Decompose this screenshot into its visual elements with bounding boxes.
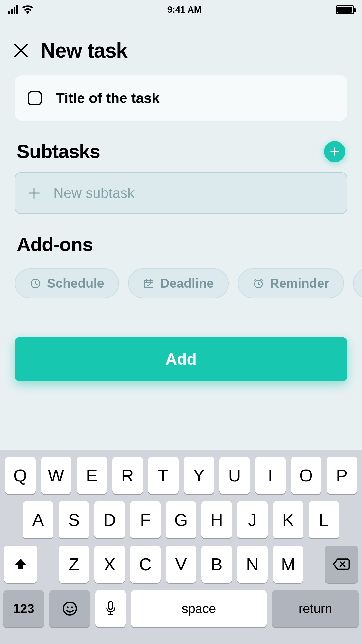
subtasks-title: Subtasks xyxy=(17,140,100,163)
addon-chip-label: Schedule xyxy=(47,276,104,291)
addon-chip-deadline[interactable]: Deadline xyxy=(128,268,229,298)
key-h[interactable]: H xyxy=(201,501,232,538)
key-r[interactable]: R xyxy=(112,457,143,494)
clock-icon xyxy=(30,278,41,289)
key-l[interactable]: L xyxy=(309,501,339,538)
key-u[interactable]: U xyxy=(219,457,250,494)
subtask-input[interactable] xyxy=(53,185,334,201)
key-p[interactable]: P xyxy=(327,457,357,494)
key-e[interactable]: E xyxy=(77,457,107,494)
task-checkbox[interactable] xyxy=(28,91,42,105)
kb-row-3: ZXCVBNM xyxy=(3,546,359,583)
new-subtask-field[interactable] xyxy=(15,172,347,214)
key-w[interactable]: W xyxy=(41,457,71,494)
task-title-input[interactable] xyxy=(56,90,334,106)
key-t[interactable]: T xyxy=(148,457,179,494)
status-right xyxy=(336,5,354,14)
plus-icon xyxy=(330,147,339,156)
key-k[interactable]: K xyxy=(273,501,303,538)
key-d[interactable]: D xyxy=(94,501,125,538)
key-n[interactable]: N xyxy=(237,546,268,583)
addons-title: Add-ons xyxy=(17,233,93,256)
battery-icon xyxy=(336,5,354,14)
svg-point-4 xyxy=(63,602,76,615)
close-icon xyxy=(13,42,29,59)
return-key[interactable]: return xyxy=(272,590,359,627)
addons-chip-row: Schedule Deadline Reminder xyxy=(0,268,362,298)
cellular-signal-icon xyxy=(8,5,18,14)
close-button[interactable] xyxy=(13,42,29,59)
emoji-icon xyxy=(62,601,78,616)
key-y[interactable]: Y xyxy=(184,457,214,494)
key-x[interactable]: X xyxy=(94,546,125,583)
key-z[interactable]: Z xyxy=(59,546,89,583)
key-f[interactable]: F xyxy=(130,501,161,538)
key-c[interactable]: C xyxy=(130,546,161,583)
add-subtask-button[interactable] xyxy=(324,141,345,162)
numbers-key[interactable]: 123 xyxy=(3,590,44,627)
addon-chip-label: Deadline xyxy=(160,276,214,291)
plus-thin-icon xyxy=(28,187,40,199)
svg-rect-7 xyxy=(109,602,113,609)
emoji-key[interactable] xyxy=(49,590,90,627)
key-s[interactable]: S xyxy=(59,501,89,538)
task-title-card xyxy=(15,75,347,121)
kb-row-2: ASDFGHJKL xyxy=(3,501,359,538)
page-header: New task xyxy=(0,19,362,75)
key-q[interactable]: Q xyxy=(5,457,36,494)
key-m[interactable]: M xyxy=(273,546,303,583)
addon-chip-more[interactable] xyxy=(353,268,362,298)
key-j[interactable]: J xyxy=(237,501,268,538)
svg-rect-1 xyxy=(144,280,153,288)
backspace-key[interactable] xyxy=(325,546,358,583)
kb-row-4: 123 space return xyxy=(3,590,359,627)
mic-icon xyxy=(105,601,116,616)
key-v[interactable]: V xyxy=(166,546,196,583)
addons-header: Add-ons xyxy=(0,233,362,256)
ios-keyboard: QWERTYUIOP ASDFGHJKL ZXCVBNM 123 space r… xyxy=(0,450,362,644)
dictation-key[interactable] xyxy=(95,590,126,627)
status-left xyxy=(8,5,33,14)
alarm-icon xyxy=(253,278,264,289)
shift-key[interactable] xyxy=(4,546,37,583)
key-i[interactable]: I xyxy=(255,457,286,494)
wifi-icon xyxy=(22,5,33,14)
svg-point-5 xyxy=(67,606,69,608)
key-g[interactable]: G xyxy=(166,501,196,538)
add-task-button[interactable]: Add xyxy=(15,337,347,381)
addon-chip-schedule[interactable]: Schedule xyxy=(15,268,119,298)
subtasks-header: Subtasks xyxy=(0,140,362,163)
key-o[interactable]: O xyxy=(291,457,321,494)
svg-point-6 xyxy=(71,606,73,608)
status-time: 9:41 AM xyxy=(33,5,336,15)
kb-row-1: QWERTYUIOP xyxy=(3,457,359,494)
key-b[interactable]: B xyxy=(201,546,232,583)
addon-chip-label: Reminder xyxy=(270,276,330,291)
page-title: New task xyxy=(41,39,127,62)
addon-chip-reminder[interactable]: Reminder xyxy=(238,268,344,298)
status-bar: 9:41 AM xyxy=(0,0,362,19)
backspace-icon xyxy=(332,557,350,571)
calendar-check-icon xyxy=(143,278,154,289)
space-key[interactable]: space xyxy=(131,590,267,627)
shift-icon xyxy=(13,557,28,572)
key-a[interactable]: A xyxy=(23,501,53,538)
